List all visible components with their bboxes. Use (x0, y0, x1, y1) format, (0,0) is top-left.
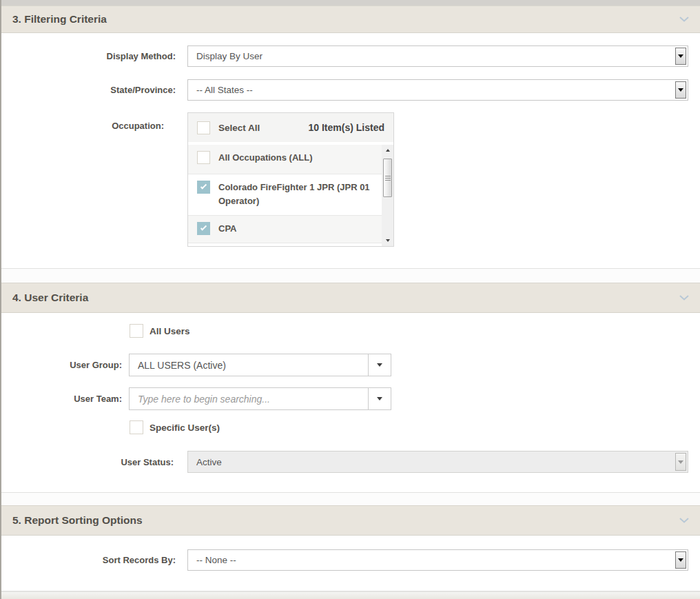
user-status-label: User Status: (1, 457, 174, 467)
occupation-item-colorado-firefighter[interactable]: Colorado FireFighter 1 JPR (JPR 01 Opera… (188, 174, 393, 216)
items-listed-count: 10 Item(s) Listed (309, 122, 384, 133)
dropdown-arrow-icon[interactable] (675, 48, 686, 65)
occupation-item-label: Colorado FireFighter 1 JPR (JPR 01 Opera… (218, 181, 373, 208)
page-top-strip (1, 0, 700, 6)
occupation-checkbox-checked[interactable] (197, 222, 210, 235)
state-province-label: State/Province: (1, 85, 176, 95)
dropdown-arrow-icon[interactable] (675, 81, 686, 99)
sort-records-by-label: Sort Records By: (1, 555, 176, 565)
occupation-row: Occupation: Select All 10 Item(s) Listed… (1, 112, 700, 247)
chevron-down-icon[interactable] (679, 295, 689, 301)
display-method-select[interactable]: Display By User (187, 45, 688, 67)
display-method-value: Display By User (196, 51, 262, 61)
dropdown-arrow-icon[interactable] (675, 551, 686, 569)
occupation-checkbox-checked[interactable] (197, 181, 210, 194)
filtering-criteria-body: Display Method: Display By User State/Pr… (1, 33, 700, 269)
sort-records-by-select[interactable]: -- None -- (187, 549, 688, 571)
occupation-checkbox[interactable] (197, 151, 210, 164)
user-team-label: User Team: (1, 394, 122, 404)
specific-users-row: Specific User(s) (1, 420, 700, 434)
user-group-label: User Group: (1, 360, 122, 370)
section-title: 5. Report Sorting Options (12, 514, 143, 527)
dropdown-arrow-icon (675, 453, 686, 471)
report-sorting-body: Sort Records By: -- None -- (1, 536, 700, 591)
section-user-criteria: 4. User Criteria All Users User Group: A… (1, 283, 700, 493)
state-province-row: State/Province: -- All States -- (1, 79, 700, 101)
all-users-row: All Users (1, 324, 700, 338)
specific-users-label: Specific User(s) (150, 423, 220, 433)
scrollbar-thumb[interactable] (383, 159, 392, 197)
section-filtering-criteria: 3. Filtering Criteria Display Method: Di… (1, 6, 700, 269)
section-title: 4. User Criteria (12, 292, 88, 304)
scroll-up-icon[interactable] (382, 145, 393, 156)
occupation-item-label: CPA (218, 222, 236, 236)
specific-users-checkbox[interactable] (130, 420, 143, 434)
occupation-listbox-header: Select All 10 Item(s) Listed (188, 113, 393, 142)
chevron-down-icon[interactable] (368, 388, 391, 409)
select-all-label: Select All (218, 123, 260, 133)
section-report-sorting: 5. Report Sorting Options Sort Records B… (1, 505, 700, 591)
occupation-item-cpa[interactable]: CPA (188, 216, 393, 243)
occupation-label: Occupation: (1, 112, 164, 131)
state-province-select[interactable]: -- All States -- (187, 79, 688, 101)
page-bottom-strip (1, 591, 700, 599)
user-group-value: ALL USERS (Active) (130, 354, 368, 376)
chevron-down-icon[interactable] (679, 518, 689, 523)
display-method-label: Display Method: (1, 51, 176, 61)
scroll-down-icon[interactable] (382, 235, 393, 246)
user-criteria-header[interactable]: 4. User Criteria (1, 283, 700, 313)
select-all-checkbox[interactable] (197, 121, 210, 134)
all-users-label: All Users (150, 326, 190, 336)
user-group-row: User Group: ALL USERS (Active) (1, 354, 700, 376)
section-title: 3. Filtering Criteria (12, 13, 107, 26)
section-gap (1, 269, 700, 283)
chevron-down-icon[interactable] (679, 17, 689, 22)
user-criteria-body: All Users User Group: ALL USERS (Active)… (1, 313, 700, 493)
filtering-criteria-header[interactable]: 3. Filtering Criteria (1, 6, 700, 33)
user-team-combo (129, 387, 391, 410)
user-status-row: User Status: Active (1, 451, 700, 473)
sort-records-row: Sort Records By: -- None -- (1, 549, 700, 571)
user-team-row: User Team: (1, 387, 700, 410)
state-province-value: -- All States -- (196, 85, 253, 95)
occupation-scrollbar[interactable] (382, 145, 393, 246)
user-team-search-input[interactable] (130, 388, 368, 409)
user-group-combo[interactable]: ALL USERS (Active) (129, 354, 391, 376)
sort-records-by-value: -- None -- (196, 555, 236, 565)
display-method-row: Display Method: Display By User (1, 45, 700, 67)
report-sorting-header[interactable]: 5. Report Sorting Options (1, 505, 700, 536)
section-gap (1, 493, 700, 505)
occupation-item-label: All Occupations (ALL) (218, 151, 313, 165)
occupation-item-all[interactable]: All Occupations (ALL) (188, 145, 393, 174)
user-status-value: Active (196, 457, 222, 467)
user-status-select: Active (187, 451, 688, 473)
chevron-down-icon[interactable] (368, 354, 391, 376)
occupation-list: All Occupations (ALL) Colorado FireFight… (188, 145, 393, 246)
occupation-listbox: Select All 10 Item(s) Listed All Occupat… (187, 112, 394, 247)
all-users-checkbox[interactable] (130, 324, 143, 338)
